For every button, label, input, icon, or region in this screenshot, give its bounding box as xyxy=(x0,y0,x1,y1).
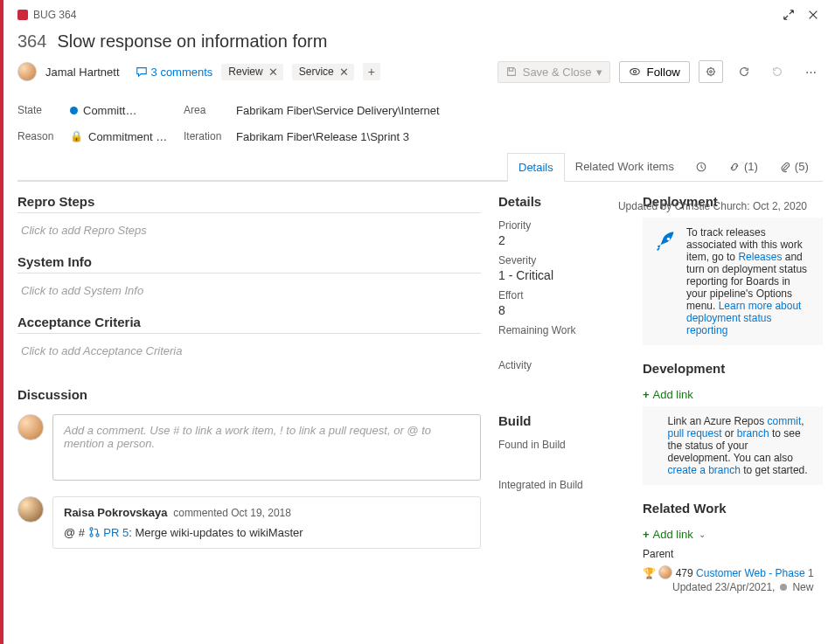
severity-value[interactable]: 1 - Critical xyxy=(498,268,625,282)
svg-point-1 xyxy=(634,70,637,73)
comment-author[interactable]: Raisa Pokrovskaya xyxy=(64,506,168,519)
tag-review[interactable]: Review✕ xyxy=(221,64,282,80)
assignee-avatar[interactable] xyxy=(17,62,37,81)
pull-request-link[interactable]: pull request xyxy=(667,427,721,440)
iteration-value[interactable]: Fabrikam Fiber\Release 1\Sprint 3 xyxy=(236,123,823,149)
related-work-heading: Related Work xyxy=(643,501,823,519)
state-value[interactable]: Committ… xyxy=(70,97,184,123)
dev-add-link-button[interactable]: +Add link xyxy=(643,388,693,401)
state-label: State xyxy=(17,97,70,123)
area-label: Area xyxy=(184,97,236,123)
effort-value[interactable]: 8 xyxy=(498,303,625,317)
eye-icon xyxy=(629,66,641,78)
found-in-build-value[interactable] xyxy=(498,453,625,467)
expand-icon[interactable] xyxy=(779,5,798,24)
lock-icon: 🔒 xyxy=(70,130,83,142)
effort-label: Effort xyxy=(498,289,625,301)
discussion-input[interactable]: Add a comment. Use # to link a work item… xyxy=(52,414,481,481)
comments-link[interactable]: 3 comments xyxy=(136,66,213,79)
add-tag-button[interactable]: + xyxy=(363,63,380,80)
settings-icon[interactable] xyxy=(699,60,723,83)
comment-body: @ # PR 5: Merge wiki-updates to wikiMast… xyxy=(64,526,470,539)
comment-icon xyxy=(136,66,148,78)
iteration-label: Iteration xyxy=(184,123,236,149)
attachment-icon xyxy=(779,161,791,173)
svg-point-3 xyxy=(710,71,713,73)
parent-meta: Updated 23/Apr/2021, New xyxy=(672,581,823,593)
releases-link[interactable]: Releases xyxy=(738,251,782,263)
create-branch-link[interactable]: create a branch xyxy=(667,464,740,476)
work-item-type-id: BUG 364 xyxy=(33,9,76,21)
save-close-button: Save & Close ▾ xyxy=(498,61,611,83)
history-icon xyxy=(695,161,707,173)
refresh-icon[interactable] xyxy=(732,60,756,83)
system-info-input[interactable]: Click to add System Info xyxy=(17,277,481,315)
pr-link[interactable]: PR 5 xyxy=(88,526,129,539)
updated-by-text: Updated by Christie Church: Oct 2, 2020 xyxy=(618,200,807,212)
deployment-info: To track releases associated with this w… xyxy=(643,218,823,345)
bug-type-icon xyxy=(17,10,28,20)
discussion-heading: Discussion xyxy=(17,387,481,405)
svg-point-8 xyxy=(667,238,671,241)
build-heading: Build xyxy=(498,413,625,432)
undo-icon[interactable] xyxy=(765,60,790,83)
comment-item: Raisa Pokrovskaya commented Oct 19, 2018… xyxy=(52,496,481,549)
close-icon[interactable] xyxy=(804,5,823,24)
parent-label: Parent xyxy=(643,548,823,560)
repro-steps-heading: Repro Steps xyxy=(17,194,481,213)
found-in-build-label: Found in Build xyxy=(498,439,625,451)
remaining-work-label: Remaining Work xyxy=(498,324,625,336)
severity-label: Severity xyxy=(498,254,625,267)
tab-links[interactable]: (1) xyxy=(718,153,769,181)
parent-title-link[interactable]: Customer Web - Phase 1 xyxy=(696,567,814,579)
work-item-title[interactable]: Slow response on information form xyxy=(57,31,327,52)
branch-link[interactable]: branch xyxy=(737,427,769,440)
reason-value[interactable]: 🔒Commitment … xyxy=(70,123,184,149)
details-heading: Details xyxy=(498,194,625,212)
parent-assignee-avatar xyxy=(658,565,672,579)
comment-author-avatar xyxy=(17,496,44,523)
state-dot-icon xyxy=(780,584,787,591)
integrated-in-build-label: Integrated in Build xyxy=(498,479,625,491)
pull-request-icon xyxy=(88,526,101,538)
work-item-id: 364 xyxy=(17,31,46,52)
tab-details[interactable]: Details xyxy=(507,153,565,182)
chevron-down-icon: ⌄ xyxy=(699,530,706,539)
link-icon xyxy=(728,161,741,173)
epic-icon: 🏆 xyxy=(643,567,656,579)
acceptance-criteria-input[interactable]: Click to add Acceptance Criteria xyxy=(17,337,481,375)
remaining-work-value[interactable] xyxy=(498,338,625,352)
follow-button[interactable]: Follow xyxy=(619,61,690,83)
svg-point-6 xyxy=(90,534,93,537)
acceptance-criteria-heading: Acceptance Criteria xyxy=(17,315,481,334)
assignee-name[interactable]: Jamal Hartnett xyxy=(45,66,120,79)
tag-service[interactable]: Service✕ xyxy=(292,64,354,80)
more-actions-icon[interactable]: ⋯ xyxy=(798,60,823,83)
reason-label: Reason xyxy=(17,123,70,149)
development-info: Link an Azure Repos commit, pull request… xyxy=(643,406,823,485)
comment-timestamp: commented Oct 19, 2018 xyxy=(173,507,291,519)
activity-label: Activity xyxy=(498,359,625,371)
repro-steps-input[interactable]: Click to add Repro Steps xyxy=(17,217,481,254)
activity-value[interactable] xyxy=(498,373,625,387)
area-value[interactable]: Fabrikam Fiber\Service Delivery\Internet xyxy=(236,97,823,123)
priority-value[interactable]: 2 xyxy=(498,233,625,247)
priority-label: Priority xyxy=(498,219,625,232)
save-icon xyxy=(505,66,518,78)
rocket-icon xyxy=(653,230,678,254)
tab-related[interactable]: Related Work items xyxy=(565,153,685,181)
tag-remove-icon[interactable]: ✕ xyxy=(268,66,278,79)
related-add-link-button[interactable]: +Add link⌄ xyxy=(643,528,706,541)
commit-link[interactable]: commit xyxy=(768,415,802,427)
svg-point-5 xyxy=(90,528,93,530)
tab-history[interactable] xyxy=(685,153,718,181)
development-heading: Development xyxy=(643,361,823,379)
parent-work-item[interactable]: 🏆 479 Customer Web - Phase 1 xyxy=(643,565,823,579)
tag-remove-icon[interactable]: ✕ xyxy=(339,66,349,79)
state-dot-icon xyxy=(70,107,78,114)
system-info-heading: System Info xyxy=(17,254,481,274)
tab-attachments[interactable]: (5) xyxy=(769,153,819,181)
current-user-avatar xyxy=(17,414,44,440)
svg-point-7 xyxy=(96,534,99,537)
svg-point-0 xyxy=(630,69,640,75)
